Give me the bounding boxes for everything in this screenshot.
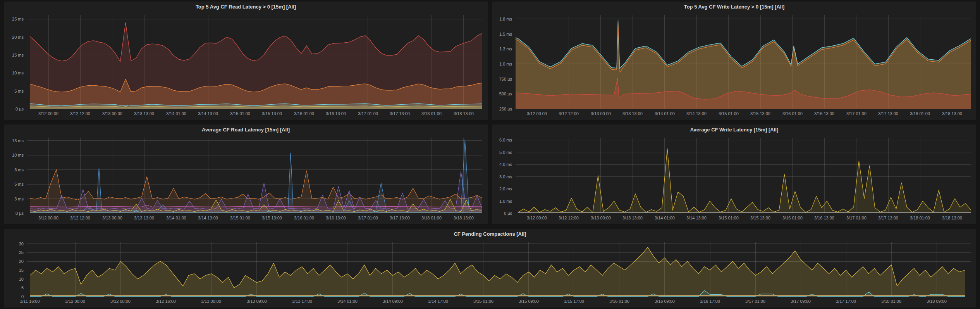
panel-avg-cf-write-latency: Average CF Write Latency [15m] [All] 0 µ… <box>492 124 976 224</box>
chart-canvas[interactable] <box>27 242 971 297</box>
y-tick-label: 1.3 ms <box>492 47 512 51</box>
y-tick-label: 6.0 ms <box>492 138 512 142</box>
x-tick-label: 3/13 00:00 <box>95 216 130 220</box>
x-tick-label: 3/18 13:00 <box>446 111 481 116</box>
x-tick-label: 3/12 08:00 <box>103 299 138 304</box>
y-tick-label: 1.8 ms <box>492 17 512 21</box>
x-tick-label: 3/12 00:00 <box>31 216 66 220</box>
chart-canvas[interactable] <box>27 15 482 109</box>
plot-area[interactable] <box>27 242 971 297</box>
x-tick-label: 3/18 13:00 <box>446 216 481 220</box>
y-tick-label: 750 µs <box>492 77 512 81</box>
plot-area[interactable] <box>27 138 482 213</box>
y-tick-label: 8 ms <box>4 167 24 172</box>
x-tick-label: 3/14 13:00 <box>191 216 225 220</box>
x-tick-label: 3/17 09:00 <box>783 299 818 304</box>
x-tick-label: 3/14 17:00 <box>421 299 456 304</box>
x-tick-label: 3/15 13:00 <box>254 216 289 220</box>
x-tick-label: 3/16 13:00 <box>807 111 842 116</box>
x-tick-label: 3/12 12:00 <box>551 216 586 220</box>
x-tick-label: 3/14 13:00 <box>679 216 714 220</box>
x-tick-label: 3/17 01:00 <box>839 111 874 116</box>
x-tick-label: 3/16 09:00 <box>647 299 682 304</box>
panel-title[interactable]: Top 5 Avg CF Read Latency > 0 [15m] [All… <box>4 2 488 12</box>
x-tick-label: 3/13 13:00 <box>615 111 650 116</box>
x-tick-label: 3/17 01:00 <box>738 299 773 304</box>
y-tick-label: 25 <box>4 250 24 255</box>
x-tick-label: 3/13 00:00 <box>583 111 618 116</box>
x-tick-label: 3/13 09:00 <box>239 299 274 304</box>
y-tick-label: 30 <box>4 242 24 246</box>
x-tick-label: 3/18 01:00 <box>414 216 449 220</box>
y-tick-label: 25 ms <box>4 17 24 21</box>
y-tick-label: 2.0 ms <box>492 186 512 191</box>
y-tick-label: 10 ms <box>4 153 24 157</box>
x-tick-label: 3/15 01:00 <box>711 216 746 220</box>
y-tick-label: 4.0 ms <box>492 162 512 167</box>
plot-area[interactable] <box>516 138 971 213</box>
x-tick-label: 3/14 01:00 <box>647 216 682 220</box>
x-tick-label: 3/13 13:00 <box>127 111 162 116</box>
y-tick-label: 5 <box>4 285 24 290</box>
x-tick-label: 3/15 01:00 <box>223 216 258 220</box>
y-tick-label: 5 ms <box>4 182 24 186</box>
x-tick-label: 3/14 13:00 <box>191 111 225 116</box>
x-tick-label: 3/14 13:00 <box>679 111 714 116</box>
x-tick-label: 3/16 01:00 <box>775 216 810 220</box>
panel-title[interactable]: CF Pending Compactions [All] <box>4 229 976 239</box>
x-tick-label: 3/18 01:00 <box>903 216 937 220</box>
y-tick-label: 3.0 ms <box>492 174 512 179</box>
plot-area[interactable] <box>516 15 971 109</box>
x-tick-label: 3/18 13:00 <box>935 111 970 116</box>
x-tick-label: 3/13 00:00 <box>95 111 130 116</box>
x-tick-label: 3/13 00:00 <box>194 299 229 304</box>
x-tick-label: 3/17 13:00 <box>871 111 906 116</box>
x-tick-label: 3/16 13:00 <box>318 216 353 220</box>
x-tick-label: 3/13 00:00 <box>583 216 618 220</box>
x-tick-label: 3/12 00:00 <box>519 216 554 220</box>
x-tick-label: 3/15 13:00 <box>743 111 778 116</box>
x-tick-label: 3/16 01:00 <box>287 111 322 116</box>
x-tick-label: 3/16 13:00 <box>807 216 842 220</box>
dashboard: Top 5 Avg CF Read Latency > 0 [15m] [All… <box>0 0 980 309</box>
chart-canvas[interactable] <box>516 15 971 109</box>
plot-wrap: 0510152025303/11 16:003/12 00:003/12 08:… <box>4 239 976 307</box>
x-tick-label: 3/18 01:00 <box>874 299 909 304</box>
x-tick-label: 3/12 00:00 <box>519 111 554 116</box>
x-tick-label: 3/18 01:00 <box>903 111 937 116</box>
y-tick-label: 500 µs <box>492 91 512 96</box>
x-tick-label: 3/15 01:00 <box>466 299 501 304</box>
y-tick-label: 10 <box>4 277 24 281</box>
x-tick-label: 3/15 13:00 <box>743 216 778 220</box>
x-tick-label: 3/14 01:00 <box>159 216 194 220</box>
x-tick-label: 3/15 09:00 <box>511 299 546 304</box>
x-tick-label: 3/16 13:00 <box>318 111 353 116</box>
panel-title[interactable]: Average CF Write Latency [15m] [All] <box>492 124 976 135</box>
y-tick-label: 1.0 ms <box>492 62 512 66</box>
y-tick-label: 13 ms <box>4 138 24 143</box>
chart-canvas[interactable] <box>27 138 482 213</box>
x-tick-label: 3/18 13:00 <box>935 216 970 220</box>
y-tick-label: 10 ms <box>4 71 24 75</box>
x-tick-label: 3/13 17:00 <box>285 299 320 304</box>
x-tick-label: 3/13 13:00 <box>615 216 650 220</box>
x-tick-label: 3/17 01:00 <box>839 216 874 220</box>
x-tick-label: 3/15 01:00 <box>711 111 746 116</box>
x-tick-label: 3/14 09:00 <box>375 299 410 304</box>
plot-area[interactable] <box>27 15 482 109</box>
y-tick-label: 0 µs <box>4 107 24 111</box>
x-tick-label: 3/13 13:00 <box>127 216 162 220</box>
y-tick-label: 1.5 ms <box>492 32 512 36</box>
y-tick-label: 1.0 ms <box>492 199 512 204</box>
x-tick-label: 3/15 13:00 <box>254 111 289 116</box>
panel-title[interactable]: Top 5 Avg CF Write Latency > 0 [15m] [Al… <box>492 2 976 12</box>
x-tick-label: 3/17 01:00 <box>351 111 385 116</box>
y-tick-label: 0 <box>4 294 24 299</box>
panel-title[interactable]: Average CF Read Latency [15m] [All] <box>4 124 488 135</box>
y-tick-label: 15 <box>4 268 24 273</box>
y-tick-label: 250 µs <box>492 107 512 111</box>
x-tick-label: 3/17 13:00 <box>382 111 417 116</box>
x-tick-label: 3/14 01:00 <box>159 111 194 116</box>
plot-wrap: 0 µs1.0 ms2.0 ms3.0 ms4.0 ms5.0 ms6.0 ms… <box>492 135 976 224</box>
chart-canvas[interactable] <box>516 138 971 213</box>
